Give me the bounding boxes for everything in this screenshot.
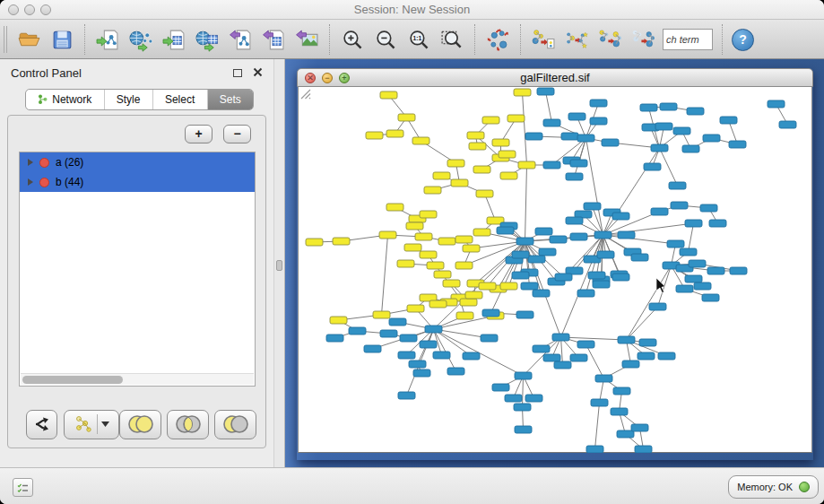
graph-node[interactable] <box>682 145 699 152</box>
graph-node-selected[interactable] <box>473 229 490 236</box>
graph-node[interactable] <box>420 341 437 348</box>
graph-node[interactable] <box>685 275 702 282</box>
graph-node-selected[interactable] <box>379 231 396 239</box>
graph-node[interactable] <box>639 339 656 346</box>
graph-node[interactable] <box>631 254 648 261</box>
new-network-from-selection-button[interactable] <box>530 26 557 53</box>
graph-node[interactable] <box>729 141 746 148</box>
graph-node-selected[interactable] <box>479 282 496 290</box>
graph-node[interactable] <box>590 100 607 107</box>
graph-node[interactable] <box>640 104 657 111</box>
graph-node-selected[interactable] <box>438 238 455 245</box>
graph-node-selected[interactable] <box>460 299 477 306</box>
graph-node-selected[interactable] <box>455 236 473 243</box>
graph-node[interactable] <box>595 375 612 382</box>
tab-network[interactable]: Network <box>26 90 105 109</box>
graph-node[interactable] <box>543 161 560 169</box>
toolbar-drag-handle[interactable] <box>4 26 7 53</box>
graph-node-selected[interactable] <box>333 238 350 245</box>
graph-node-selected[interactable] <box>429 300 447 308</box>
graph-node[interactable] <box>707 267 724 274</box>
graph-node[interactable] <box>730 267 747 274</box>
graph-node[interactable] <box>398 352 415 359</box>
graph-node[interactable] <box>521 282 538 290</box>
graph-node-selected[interactable] <box>465 291 482 299</box>
first-neighbors-button[interactable] <box>563 26 590 53</box>
network-canvas[interactable] <box>298 87 812 453</box>
intersect-sets-button[interactable] <box>167 410 209 439</box>
graph-node[interactable] <box>552 334 569 341</box>
graph-node-selected[interactable] <box>386 130 403 137</box>
minimize-network-icon[interactable]: − <box>322 73 333 83</box>
graph-node-selected[interactable] <box>492 139 509 146</box>
graph-node[interactable] <box>514 404 531 411</box>
graph-node[interactable] <box>566 217 583 224</box>
graph-node[interactable] <box>687 108 704 115</box>
graph-node-selected[interactable] <box>397 260 414 267</box>
graph-node[interactable] <box>584 203 601 210</box>
graph-node[interactable] <box>673 127 690 135</box>
graph-node[interactable] <box>720 117 737 124</box>
graph-node-selected[interactable] <box>476 190 493 197</box>
graph-node[interactable] <box>512 251 529 258</box>
graph-node[interactable] <box>590 117 607 125</box>
import-table-file-button[interactable] <box>160 26 187 53</box>
graph-node[interactable] <box>400 335 417 342</box>
export-image-button[interactable] <box>293 26 320 53</box>
graph-node[interactable] <box>658 352 675 360</box>
graph-node[interactable] <box>667 240 684 248</box>
graph-node[interactable] <box>543 119 560 126</box>
export-table-button[interactable] <box>260 26 287 53</box>
graph-node-selected[interactable] <box>406 222 423 230</box>
graph-node[interactable] <box>655 123 672 130</box>
graph-node[interactable] <box>566 173 583 180</box>
float-panel-icon[interactable] <box>233 69 242 77</box>
expand-selection-button[interactable] <box>596 26 623 53</box>
tab-select[interactable]: Select <box>153 90 208 109</box>
open-session-button[interactable] <box>15 26 42 53</box>
network-graph[interactable] <box>299 87 813 453</box>
graph-node[interactable] <box>702 294 719 301</box>
set-row-b[interactable]: b (44) <box>20 172 255 192</box>
graph-node-selected[interactable] <box>507 115 525 122</box>
set-row-a[interactable]: a (26) <box>20 152 255 172</box>
graph-node[interactable] <box>481 335 498 342</box>
graph-node[interactable] <box>492 384 509 391</box>
graph-node-selected[interactable] <box>518 161 535 169</box>
resize-grip-icon[interactable] <box>299 87 311 100</box>
maximize-network-icon[interactable]: + <box>339 73 350 83</box>
zoom-selected-button[interactable] <box>438 26 465 53</box>
graph-node-selected[interactable] <box>420 211 437 218</box>
zoom-out-button[interactable] <box>372 26 399 53</box>
difference-sets-button[interactable] <box>214 410 256 439</box>
import-network-file-button[interactable] <box>94 26 121 53</box>
graph-node[interactable] <box>651 144 668 152</box>
graph-node[interactable] <box>669 182 686 189</box>
graph-node[interactable] <box>482 309 499 317</box>
graph-node[interactable] <box>594 231 611 239</box>
scrollbar-thumb[interactable] <box>22 376 123 384</box>
graph-node[interactable] <box>550 236 567 243</box>
split-set-button[interactable] <box>26 410 57 439</box>
graph-node[interactable] <box>525 133 542 140</box>
splitter-handle[interactable] <box>276 260 282 271</box>
export-network-button[interactable] <box>227 26 254 53</box>
help-button[interactable]: ? <box>732 29 754 51</box>
graph-node[interactable] <box>588 272 605 279</box>
graph-node[interactable] <box>617 430 634 438</box>
import-table-url-button[interactable] <box>194 26 221 53</box>
graph-node[interactable] <box>618 336 635 343</box>
graph-node[interactable] <box>671 202 688 209</box>
graph-node[interactable] <box>635 446 652 453</box>
graph-node-selected[interactable] <box>447 160 464 167</box>
add-set-button[interactable]: + <box>185 125 213 143</box>
graph-node[interactable] <box>685 220 702 227</box>
graph-node[interactable] <box>622 361 639 368</box>
app-titlebar[interactable]: Session: New Session <box>0 0 824 20</box>
graph-node[interactable] <box>561 133 578 140</box>
memory-status-button[interactable]: Memory: OK <box>728 475 819 499</box>
search-input[interactable] <box>663 29 713 50</box>
graph-node[interactable] <box>768 100 785 108</box>
graph-node[interactable] <box>533 345 550 352</box>
graph-node-selected[interactable] <box>373 311 390 318</box>
